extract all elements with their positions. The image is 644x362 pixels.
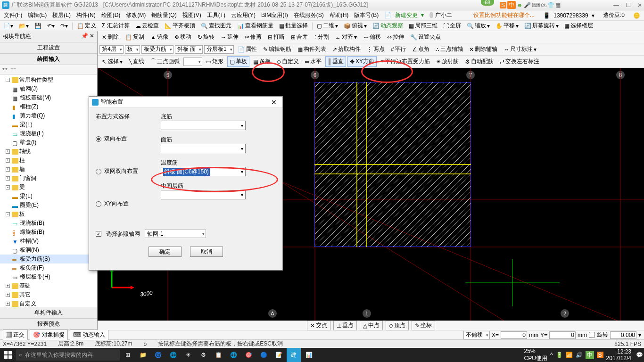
radio-doublenet[interactable]: 双网双向布置: [96, 167, 152, 175]
prompt-text[interactable]: 设置比例功能键在哪个...: [471, 11, 537, 19]
vert-btn[interactable]: ║ 垂直: [325, 56, 347, 67]
mid-bar-select[interactable]: [161, 190, 246, 199]
open-icon[interactable]: 📂▾: [17, 23, 30, 29]
floor-dropdown[interactable]: 第4层: [99, 45, 124, 54]
tab-project-settings[interactable]: 工程设置: [0, 42, 97, 54]
offset-btn[interactable]: ↔ 偏移: [361, 32, 383, 42]
single-slab-btn[interactable]: ▢ 单板: [227, 56, 249, 67]
radio-xy[interactable]: XY向布置: [96, 200, 152, 208]
menu-rebar[interactable]: 钢筋量(Q): [149, 11, 178, 19]
tab-draw-input[interactable]: 绘图输入: [0, 54, 97, 65]
app-icon-ggj[interactable]: 建: [287, 348, 301, 362]
temp-bar-select[interactable]: 斜板 面(C6@150): [161, 167, 246, 176]
tray-up-icon[interactable]: ^: [550, 352, 553, 358]
custom-btn[interactable]: ◇ 自定义: [274, 56, 301, 67]
zoom-btn[interactable]: 🔍 缩放 ▾: [465, 22, 491, 30]
menu-bim[interactable]: BIM应用(I): [259, 11, 290, 19]
tab-single-component[interactable]: 单构件输入: [0, 307, 97, 319]
top-bar-select[interactable]: [161, 144, 246, 153]
app-icon-6[interactable]: 📋: [211, 348, 225, 362]
local3d-btn[interactable]: ▦ 局部三维: [407, 22, 439, 30]
menu-draw[interactable]: 绘图(D): [99, 11, 123, 19]
flat-roof-btn[interactable]: 📐 平齐板顶: [163, 22, 197, 30]
menu-component[interactable]: 构件(N): [74, 11, 98, 19]
redo-icon[interactable]: ↷▾: [59, 23, 69, 29]
menu-view[interactable]: 视图(V): [181, 11, 203, 19]
menu-layer[interactable]: 楼层(L): [50, 11, 73, 19]
undo-icon[interactable]: ↶▾: [46, 23, 56, 29]
menu-online[interactable]: 在线服务(S): [292, 11, 326, 19]
tray-sogou-icon[interactable]: S: [597, 352, 603, 358]
multi-slab-btn[interactable]: ▦ 多板: [251, 56, 273, 67]
slab-dropdown[interactable]: 斜板 面: [175, 45, 203, 54]
trim-btn[interactable]: ✂ 修剪: [242, 32, 264, 42]
rotate-input[interactable]: 0.000: [610, 331, 636, 339]
rect-btn[interactable]: ▭ 矩形: [204, 56, 226, 67]
merge-btn[interactable]: ⊞ 合并: [289, 32, 310, 42]
pan-btn[interactable]: ✋ 平移 ▾: [494, 22, 520, 30]
move-btn[interactable]: ✥ 移动: [172, 32, 194, 42]
app-icon-8[interactable]: 🎯: [241, 348, 256, 362]
edit-steel-btn[interactable]: ✎ 编辑钢筋: [261, 44, 294, 55]
offset-dropdown[interactable]: 不偏移: [463, 331, 490, 339]
set-clamp-btn[interactable]: 🔧 设置夹点: [408, 32, 443, 42]
subtype-dropdown[interactable]: 板受力筋: [141, 45, 173, 54]
radio-bidirectional[interactable]: 双向布置: [96, 135, 152, 143]
autobar-btn[interactable]: ⚙ 自动配筋: [462, 56, 496, 67]
snap-coord[interactable]: ✎ 坐标: [412, 321, 435, 330]
sidebar-pin-icon[interactable]: 📌 ✕: [81, 33, 94, 41]
close-button[interactable]: ✕: [637, 2, 642, 8]
tray-vol-icon[interactable]: 🔊: [576, 352, 583, 358]
angle-btn[interactable]: ∠ 点角: [410, 44, 432, 55]
tray-ime-icon[interactable]: 中: [586, 351, 594, 359]
2d-btn[interactable]: ▢ 二维 ▾: [315, 22, 339, 30]
clock[interactable]: 12:232017/12/4: [606, 348, 633, 362]
app-icon-10[interactable]: 📝: [272, 348, 286, 362]
tray-battery-icon[interactable]: 🔋: [556, 352, 563, 358]
stretch-btn[interactable]: ⇔ 拉伸: [385, 32, 406, 42]
blank-dropdown[interactable]: [183, 58, 202, 66]
taskbar-search[interactable]: ○ 在这里输入你要搜索的内容: [16, 349, 120, 361]
complist-btn[interactable]: ▦ 构件列表: [295, 44, 329, 55]
app-icon-3[interactable]: 🌐: [166, 348, 180, 362]
menu-version[interactable]: 版本号(B): [352, 11, 380, 19]
arc3-btn[interactable]: ⌒ 三点画弧: [148, 56, 182, 67]
bottom-bar-select[interactable]: [161, 121, 246, 130]
y-input[interactable]: 0: [549, 331, 576, 339]
component-tree[interactable]: -常用构件类型 ▦轴网(J) ▦筏板基础(M) ▮框柱(Z) ▮剪力墙(Q) ▬…: [0, 74, 97, 307]
mirror-btn[interactable]: ▲ 镜像: [148, 32, 171, 42]
tray-notif-icon[interactable]: 💬: [636, 352, 643, 358]
component-dropdown[interactable]: 板: [125, 45, 140, 54]
app-icon-7[interactable]: 🌐: [226, 348, 240, 362]
select-btn[interactable]: ↖ 选择 ▾: [99, 56, 125, 67]
save-icon[interactable]: 💾: [33, 23, 43, 29]
menu-edit[interactable]: 编辑(E): [26, 11, 49, 19]
ok-button[interactable]: 确定: [149, 247, 182, 257]
swap-lr-btn[interactable]: ⇄ 交换左右标注: [497, 56, 542, 67]
ime-bar[interactable]: S 中 ☻ 🎤 ⌨ 🛍 👕 ▦: [500, 1, 561, 9]
collapse-tree-icon[interactable]: ⁻⁻: [10, 66, 16, 73]
dialog-close-btn[interactable]: ✕: [268, 99, 280, 106]
start-button[interactable]: [1, 348, 15, 362]
app-icon-11[interactable]: 📊: [302, 348, 316, 362]
tray-net-icon[interactable]: 📶: [566, 352, 573, 358]
snap-top[interactable]: ◇ 顶点: [386, 321, 409, 330]
paralleledge-btn[interactable]: ≡ 平行边布置受力筋: [378, 56, 432, 67]
cloud-check-btn[interactable]: ☁ 云检查: [134, 22, 160, 30]
menu-modify[interactable]: 修改(M): [124, 11, 148, 19]
new-change-btn[interactable]: 📄 新建变更 ▾: [382, 11, 426, 19]
menu-tools[interactable]: 工具(T): [205, 11, 227, 19]
define-btn[interactable]: 📋 定义: [75, 22, 98, 30]
minimize-button[interactable]: —: [613, 2, 619, 8]
property-btn[interactable]: 📄 属性: [235, 44, 259, 55]
snap-mid[interactable]: △ 中点: [360, 321, 383, 330]
threeaux-btn[interactable]: ∴ 三点辅轴: [433, 44, 465, 55]
ortho-btn[interactable]: ▦ 正交: [3, 329, 28, 340]
taskview-icon[interactable]: ⊞: [121, 348, 135, 362]
delete-btn[interactable]: ✕ 删除: [99, 32, 121, 42]
find-gv-btn[interactable]: 🔍 查找图元: [199, 22, 233, 30]
app-icon-4[interactable]: ☀: [181, 348, 195, 362]
app-icon-5[interactable]: ⚙: [196, 348, 210, 362]
dynview-btn[interactable]: 🔄 动态观察: [371, 22, 405, 30]
app-icon-1[interactable]: 📁: [136, 348, 150, 362]
